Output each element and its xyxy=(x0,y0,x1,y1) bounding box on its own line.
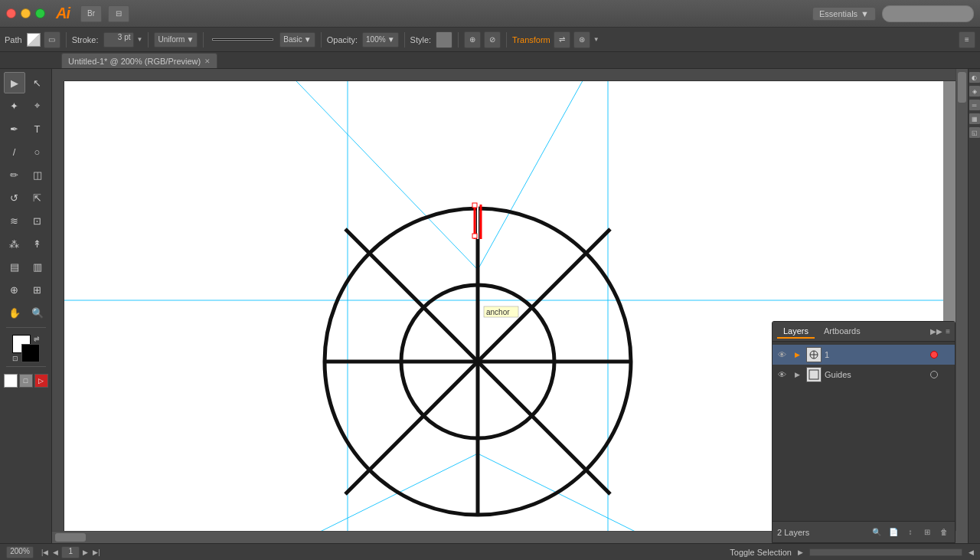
panel-toggle-button[interactable]: ≡ xyxy=(959,31,975,48)
background-color[interactable] xyxy=(21,344,40,362)
layer-expand-1[interactable]: ▶ xyxy=(791,349,803,361)
document-tab[interactable]: Untitled-1* @ 200% (RGB/Preview) ✕ xyxy=(61,53,217,68)
horizontal-scrollbar-thumb[interactable] xyxy=(55,533,86,542)
layer-color-dot-guides xyxy=(930,371,938,378)
scale-tool[interactable]: ⇱ xyxy=(27,187,48,208)
tool-row-3: ✒ T xyxy=(4,118,48,139)
tab-artboards[interactable]: Artboards xyxy=(818,325,867,339)
move-to-layer-icon[interactable]: ↕ xyxy=(904,526,916,539)
stroke-color-box[interactable] xyxy=(27,33,41,47)
separator7 xyxy=(506,32,507,47)
color-icon[interactable]: ◐ xyxy=(969,72,980,83)
stroke-icon[interactable]: ═ xyxy=(969,100,980,110)
full-screen-mode-button[interactable]: □ xyxy=(19,374,33,388)
minimize-button[interactable] xyxy=(21,8,31,18)
vertical-scrollbar-thumb[interactable] xyxy=(958,72,966,103)
essentials-button[interactable]: Essentials ▼ xyxy=(812,7,876,21)
first-page-button[interactable]: |◀ xyxy=(40,549,50,556)
warp-tool[interactable]: ≋ xyxy=(4,210,25,231)
align-button[interactable]: ⇌ xyxy=(554,31,570,48)
tool-row-4: / ○ xyxy=(4,141,48,162)
bridge-button[interactable]: Br xyxy=(80,5,102,22)
svg-line-3 xyxy=(279,69,478,270)
transparency-icon[interactable]: ◱ xyxy=(969,127,980,138)
line-tool[interactable]: / xyxy=(4,141,25,162)
basic-dropdown[interactable]: Basic ▼ xyxy=(279,32,315,47)
magic-wand-tool[interactable]: ✦ xyxy=(4,95,25,116)
prev-page-button[interactable]: ◀ xyxy=(51,549,60,556)
layer-lock-1[interactable] xyxy=(941,349,952,360)
expand-icon[interactable]: ▶▶ xyxy=(930,327,942,336)
status-arrow-left[interactable]: ◀ xyxy=(969,549,974,556)
layer-color-dot-1 xyxy=(930,351,938,359)
tab-close-button[interactable]: ✕ xyxy=(204,57,211,65)
layer-lock-guides[interactable] xyxy=(941,369,952,380)
close-button[interactable] xyxy=(6,8,16,18)
layer-visibility-1[interactable]: 👁 xyxy=(776,349,788,361)
maximize-button[interactable] xyxy=(35,8,45,18)
layer-row-1[interactable]: 👁 ▶ 1 xyxy=(773,345,955,365)
uniform-dropdown[interactable]: Uniform ▼ xyxy=(154,32,198,47)
style-swatch[interactable] xyxy=(436,31,452,48)
pencil-tool[interactable]: ✏ xyxy=(4,164,25,185)
zoom-input[interactable]: 200% xyxy=(6,546,34,558)
eraser-tool[interactable]: ◫ xyxy=(27,164,48,185)
pen-tool[interactable]: ✒ xyxy=(4,118,25,139)
swap-colors-icon[interactable]: ⇌ xyxy=(34,335,40,342)
add-layer-icon[interactable]: 📄 xyxy=(887,526,900,539)
column-graph-tool[interactable]: ▤ xyxy=(4,256,25,277)
layout-button[interactable]: ⊟ xyxy=(108,5,129,22)
stroke-value-input[interactable]: 3 pt xyxy=(103,32,134,47)
pathfinder-button[interactable]: ⊛ xyxy=(573,31,590,48)
ellipse-tool[interactable]: ○ xyxy=(27,141,48,162)
delete-layer-icon[interactable]: 🗑 xyxy=(938,526,950,539)
slice-tool[interactable]: ⊞ xyxy=(27,279,48,300)
next-page-button[interactable]: ▶ xyxy=(81,549,90,556)
free-transform-tool[interactable]: ⊡ xyxy=(27,210,48,231)
layers-content: 👁 ▶ 1 👁 ▶ Guides xyxy=(773,342,955,388)
layer-visibility-guides[interactable]: 👁 xyxy=(776,368,788,381)
layers-footer: 2 Layers 🔍 📄 ↕ ⊞ 🗑 xyxy=(773,521,955,542)
search-layers-icon[interactable]: 🔍 xyxy=(871,526,883,539)
layer-expand-guides[interactable]: ▶ xyxy=(791,368,803,381)
direct-selection-tool[interactable]: ↖ xyxy=(27,72,48,93)
tool-row-11: ✋ 🔍 xyxy=(4,302,48,323)
svg-rect-17 xyxy=(472,234,477,238)
chart-tool[interactable]: ↟ xyxy=(27,233,48,254)
variable-button[interactable]: ⊘ xyxy=(484,31,501,48)
page-input[interactable]: 1 xyxy=(61,546,80,558)
normal-mode-button[interactable] xyxy=(4,374,18,388)
collect-in-group-icon[interactable]: ⊞ xyxy=(921,526,933,539)
bar-graph-tool[interactable]: ▥ xyxy=(27,256,48,277)
selection-tool[interactable]: ▶ xyxy=(4,72,25,93)
search-input[interactable] xyxy=(882,5,974,22)
rotate-tool[interactable]: ↺ xyxy=(4,187,25,208)
control-bar: Path ▭ Stroke: 3 pt ▼ Uniform ▼ Basic ▼ … xyxy=(0,28,980,52)
more-arrow-icon[interactable]: ▼ xyxy=(593,36,599,43)
zoom-tool[interactable]: 🔍 xyxy=(27,302,48,323)
type-tool[interactable]: T xyxy=(27,118,48,139)
transform-button[interactable]: Transform xyxy=(512,35,550,44)
stroke-type-button[interactable]: ▭ xyxy=(44,31,60,48)
symbol-sprayer-tool[interactable]: ⁂ xyxy=(4,233,25,254)
last-page-button[interactable]: ▶| xyxy=(91,549,101,556)
gradient-icon[interactable]: ▦ xyxy=(969,113,980,124)
opacity-dropdown[interactable]: 100% ▼ xyxy=(362,32,398,47)
stroke-dropdown-arrow[interactable]: ▼ xyxy=(137,36,143,43)
tool-row-5: ✏ ◫ xyxy=(4,164,48,185)
tool-row-2: ✦ ⌖ xyxy=(4,95,48,116)
panel-menu-icon[interactable]: ≡ xyxy=(946,327,950,336)
canvas-area[interactable]: anchor Layers Artboards ▶▶ ≡ xyxy=(52,69,968,543)
vertical-scrollbar[interactable] xyxy=(956,69,968,531)
titlebar: Ai Br ⊟ Essentials ▼ xyxy=(0,0,980,28)
presentation-mode-button[interactable]: ▷ xyxy=(34,374,48,388)
appearance-icon[interactable]: ◈ xyxy=(969,86,980,97)
toggle-arrow-right[interactable]: ▶ xyxy=(798,549,803,556)
symbol-button[interactable]: ⊕ xyxy=(464,31,481,48)
tab-layers[interactable]: Layers xyxy=(777,325,815,339)
transform-selection-tool[interactable]: ⊕ xyxy=(4,279,25,300)
default-colors-icon[interactable]: ⊡ xyxy=(12,355,18,362)
layer-row-guides[interactable]: 👁 ▶ Guides xyxy=(773,365,955,385)
lasso-tool[interactable]: ⌖ xyxy=(27,95,48,116)
hand-tool[interactable]: ✋ xyxy=(4,302,25,323)
